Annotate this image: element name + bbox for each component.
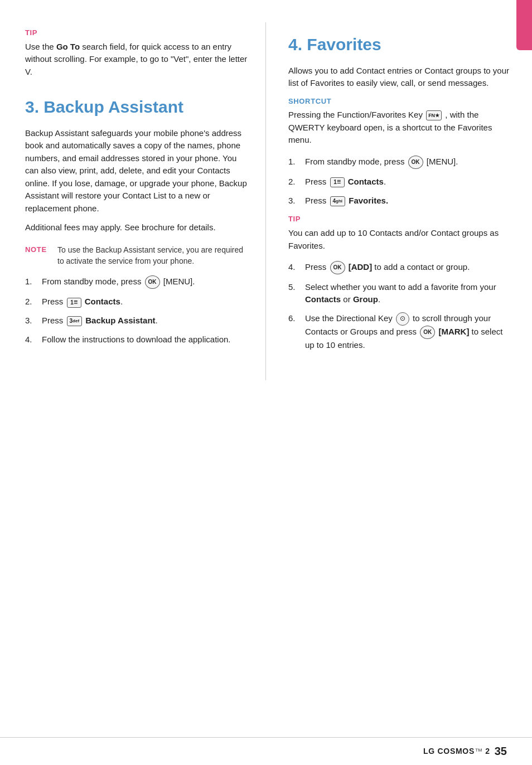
step-content: From standby mode, press OK [MENU]. — [305, 156, 510, 169]
step-num: 2. — [25, 296, 42, 308]
left-step-1: 1. From standby mode, press OK [MENU]. — [25, 275, 249, 289]
shortcut-section: SHORTCUT Pressing the Function/Favorites… — [288, 96, 510, 147]
left-step-2: 2. Press 1 ☰ Contacts. — [25, 296, 249, 308]
right-step-4: 4. Press OK [ADD] to add a contact or gr… — [288, 261, 510, 274]
step-content: Press 3 def Backup Assistant. — [42, 314, 249, 327]
right-step-5: 5. Select whether you want to add a favo… — [288, 281, 510, 306]
footer-page-num: 35 — [495, 743, 507, 759]
step-content: From standby mode, press OK [MENU]. — [42, 275, 249, 289]
section3-body1: Backup Assistant safeguards your mobile … — [25, 127, 249, 215]
step-content: Follow the instructions to download the … — [42, 333, 249, 346]
key-1: 1 ☰ — [67, 298, 81, 308]
fn-key: FN★ — [426, 110, 442, 120]
step-num: 1. — [25, 275, 42, 288]
tip-label: TIP — [288, 214, 510, 225]
ok-key: OK — [420, 326, 435, 339]
step-num: 6. — [288, 312, 305, 325]
note-label: NOTE — [25, 244, 52, 267]
ok-key: OK — [330, 261, 345, 274]
left-step-3: 3. Press 3 def Backup Assistant. — [25, 314, 249, 327]
right-column: 4. Favorites Allows you to add Contact e… — [266, 22, 532, 380]
tip-section-top: TIP Use the Go To search field, for quic… — [25, 28, 249, 78]
dir-key: ⊙ — [396, 312, 409, 326]
step-num: 4. — [288, 261, 305, 273]
step-num: 3. — [288, 195, 305, 207]
step-num: 5. — [288, 281, 305, 293]
ok-key: OK — [408, 156, 423, 169]
tip-text: You can add up to 10 Contacts and/or Con… — [288, 227, 510, 252]
ok-key: OK — [145, 275, 160, 289]
key-4: 4 ghi — [330, 196, 346, 206]
right-step-6: 6. Use the Directional Key ⊙ to scroll t… — [288, 312, 510, 351]
footer-brand: LG COSMOS™ 2 — [423, 745, 490, 757]
section4-body: Allows you to add Contact entries or Con… — [288, 65, 510, 90]
step-content: Select whether you want to add a favorit… — [305, 281, 510, 306]
note-text: To use the Backup Assistant service, you… — [57, 244, 249, 267]
tip-section-right: TIP You can add up to 10 Contacts and/or… — [288, 214, 510, 252]
step-num: 2. — [288, 176, 305, 188]
step-num: 4. — [25, 333, 42, 346]
tip-label: TIP — [25, 28, 249, 38]
left-step-4: 4. Follow the instructions to download t… — [25, 333, 249, 346]
left-column: TIP Use the Go To search field, for quic… — [0, 22, 266, 380]
key-1: 1 ☰ — [330, 177, 345, 187]
step-content: Press OK [ADD] to add a contact or group… — [305, 261, 510, 274]
step-num: 1. — [288, 156, 305, 168]
right-step-1: 1. From standby mode, press OK [MENU]. — [288, 156, 510, 169]
tip-text: Use the Go To search field, for quick ac… — [25, 41, 249, 79]
step-content: Use the Directional Key ⊙ to scroll thro… — [305, 312, 510, 351]
page-footer: LG COSMOS™ 2 35 — [0, 737, 532, 765]
key-3: 3 def — [67, 316, 83, 326]
note-section: NOTE To use the Backup Assistant service… — [25, 244, 249, 267]
section3-heading: 3. Backup Assistant — [25, 95, 249, 119]
step-num: 3. — [25, 314, 42, 327]
right-step-3: 3. Press 4 ghi Favorites. — [288, 195, 510, 207]
step-content: Press 1 ☰ Contacts. — [305, 176, 510, 188]
step-content: Press 1 ☰ Contacts. — [42, 296, 249, 308]
shortcut-text: Pressing the Function/Favorites Key FN★ … — [288, 109, 510, 147]
step-content: Press 4 ghi Favorites. — [305, 195, 510, 207]
section4-heading: 4. Favorites — [288, 32, 510, 57]
shortcut-label: SHORTCUT — [288, 96, 510, 107]
pink-tab — [516, 0, 532, 50]
right-step-2: 2. Press 1 ☰ Contacts. — [288, 176, 510, 188]
section3-body2: Additional fees may apply. See brochure … — [25, 221, 249, 234]
